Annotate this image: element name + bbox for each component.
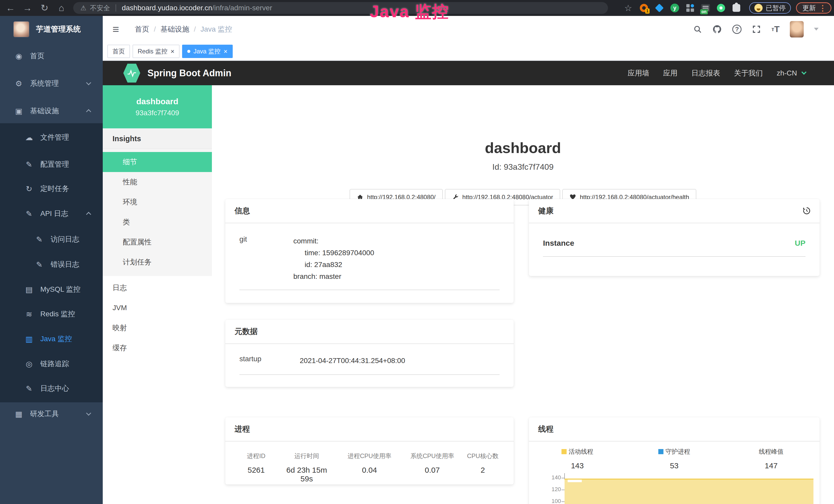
- sba-brand-title[interactable]: Spring Boot Admin: [148, 68, 232, 78]
- chevron-down-icon: [86, 80, 91, 85]
- sba-menu-caches[interactable]: 缓存: [103, 338, 212, 358]
- extension-y-icon[interactable]: y: [670, 3, 680, 13]
- breadcrumb-home[interactable]: 首页: [135, 24, 149, 34]
- security-label: 不安全: [90, 4, 110, 13]
- sidebar-item-dev-tools[interactable]: 研发工具: [0, 402, 103, 426]
- legend-daemon-threads: 守护进程: [626, 448, 723, 456]
- info-row-label: git: [239, 235, 293, 282]
- sidebar-item-config-manage[interactable]: 配置管理: [0, 152, 103, 177]
- live-threads-value: 143: [529, 461, 626, 470]
- sidebar-item-log-center[interactable]: 日志中心: [0, 376, 103, 401]
- chevron-up-icon: [86, 212, 91, 217]
- sba-nav-about[interactable]: 关于我们: [734, 68, 763, 78]
- threads-area-chart: [565, 479, 813, 504]
- sba-menu-config-props[interactable]: 配置属性: [103, 232, 212, 252]
- url-host: dashboard.yudao.iocoder.cn: [122, 4, 212, 12]
- sidebar-toggle-icon[interactable]: ≡: [112, 16, 119, 42]
- sidebar-item-java-monitor[interactable]: Java 监控: [0, 327, 103, 351]
- sidebar-item-error-log[interactable]: 错误日志: [0, 252, 103, 277]
- sidebar-item-mysql-monitor[interactable]: MySQL 监控: [0, 277, 103, 302]
- threads-card: 线程 活动线程 守护进程 线程峰值 143 53 147 140 120 100: [529, 417, 820, 504]
- error-log-icon: [35, 260, 44, 269]
- fullscreen-icon[interactable]: [752, 25, 761, 34]
- tab-home[interactable]: 首页: [107, 45, 130, 58]
- search-icon[interactable]: [693, 25, 702, 33]
- threads-values: 143 53 147: [529, 461, 820, 470]
- legend-live-threads: 活动线程: [529, 448, 626, 456]
- help-icon[interactable]: ?: [732, 25, 742, 34]
- chevron-up-icon: [86, 109, 91, 114]
- reload-icon[interactable]: ↻: [36, 3, 53, 13]
- tab-java-monitor[interactable]: Java 监控 ×: [182, 45, 233, 58]
- process-table: 进程ID 运行时间 进程CPU使用率 系统CPU使用率 CPU核心数 5261 …: [233, 452, 506, 483]
- update-button[interactable]: 更新 ⋮: [796, 2, 831, 14]
- sba-menu-environment[interactable]: 环境: [103, 192, 212, 212]
- history-icon[interactable]: [802, 206, 811, 215]
- metadata-row-value: 2021-04-27T00:44:31.254+08:00: [300, 355, 405, 367]
- sba-menu-scheduled-tasks[interactable]: 计划任务: [103, 252, 212, 272]
- extensions-puzzle-icon[interactable]: [731, 3, 742, 13]
- extension-leaf-icon[interactable]: [716, 3, 726, 13]
- back-icon[interactable]: ←: [2, 3, 19, 13]
- extension-list-icon[interactable]: on: [700, 3, 711, 13]
- user-avatar[interactable]: [790, 21, 804, 38]
- breadcrumb-current: Java 监控: [201, 24, 232, 34]
- sidebar-item-redis-monitor[interactable]: Redis 监控: [0, 302, 103, 326]
- threads-card-title: 线程: [529, 417, 820, 442]
- sba-logo-icon[interactable]: [123, 64, 140, 83]
- sba-menu-performance[interactable]: 性能: [103, 172, 212, 192]
- chevron-down-icon: [86, 411, 91, 416]
- instance-id: Id: 93a3fc7f7409: [212, 162, 834, 172]
- breadcrumb-separator: /: [154, 25, 156, 33]
- brand-row[interactable]: 芋道管理系统: [0, 16, 103, 42]
- extension-grid-icon[interactable]: [685, 3, 695, 13]
- sidebar-item-scheduled-jobs[interactable]: 定时任务: [0, 176, 103, 201]
- sidebar-item-access-log[interactable]: 访问日志: [0, 227, 103, 252]
- avatar-caret-icon[interactable]: [814, 28, 818, 30]
- health-card-header: 健康: [529, 199, 820, 223]
- process-table-header: 进程ID 运行时间 进程CPU使用率 系统CPU使用率 CPU核心数: [233, 452, 506, 460]
- extension-orange-icon[interactable]: 1: [639, 3, 649, 13]
- sba-menu-logs[interactable]: 日志: [103, 278, 212, 298]
- timer-icon: [24, 184, 34, 193]
- close-icon[interactable]: ×: [171, 47, 174, 55]
- paused-pill[interactable]: 已暂停: [749, 2, 791, 14]
- sidebar-item-api-log[interactable]: API 日志: [0, 201, 103, 226]
- forward-icon[interactable]: →: [19, 3, 36, 13]
- process-card: 进程 进程ID 运行时间 进程CPU使用率 系统CPU使用率 CPU核心数 52…: [225, 417, 514, 484]
- dashboard-icon: [14, 52, 23, 61]
- home-icon[interactable]: ⌂: [53, 3, 70, 13]
- page-title: dashboard: [212, 139, 834, 156]
- sidebar-item-trace[interactable]: 链路追踪: [0, 351, 103, 376]
- extension-pin-icon[interactable]: [654, 3, 664, 13]
- not-secure-icon[interactable]: ⚠: [81, 4, 86, 12]
- tab-redis-monitor[interactable]: Redis 监控 ×: [133, 45, 179, 58]
- sidebar-item-file-manage[interactable]: 文件管理: [0, 125, 103, 150]
- sidebar-item-system-manage[interactable]: 系统管理: [0, 71, 103, 96]
- metadata-row-label: startup: [239, 355, 300, 367]
- address-bar[interactable]: ⚠ 不安全 dashboard.yudao.iocoder.cn /infra/…: [73, 2, 608, 14]
- sba-nav-wallboard[interactable]: 应用墙: [628, 68, 649, 78]
- sba-menu-jvm[interactable]: JVM: [103, 298, 212, 318]
- sba-nav: 应用墙 应用 日志报表 关于我们 zh-CN: [628, 61, 806, 85]
- info-git-row: git commit: time: 1596289704000 id: 27aa…: [239, 235, 500, 290]
- sba-nav-journal[interactable]: 日志报表: [692, 68, 720, 78]
- tags-view-bar: 首页 Redis 监控 × Java 监控 ×: [103, 42, 834, 61]
- annotation-text: Java 监控: [370, 1, 449, 23]
- font-size-icon[interactable]: тT: [771, 24, 780, 34]
- sba-nav-applications[interactable]: 应用: [663, 68, 678, 78]
- tick-mark: [562, 501, 565, 502]
- github-icon[interactable]: [712, 24, 722, 34]
- sba-app-header[interactable]: dashboard 93a3fc7f7409: [103, 85, 212, 129]
- sidebar-item-infrastructure[interactable]: 基础设施: [0, 98, 103, 123]
- breadcrumb-infrastructure[interactable]: 基础设施: [160, 24, 189, 34]
- sba-menu-mappings[interactable]: 映射: [103, 318, 212, 338]
- close-icon[interactable]: ×: [224, 47, 227, 55]
- sba-menu-classes[interactable]: 类: [103, 212, 212, 232]
- sba-lang-select[interactable]: zh-CN: [777, 69, 797, 77]
- browser-menu-icon[interactable]: ⋮: [819, 4, 827, 13]
- sidebar-item-home[interactable]: 首页: [0, 44, 103, 68]
- browser-actions: ☆ 1 y on 已暂停 更新: [624, 0, 831, 16]
- bookmark-star-icon[interactable]: ☆: [624, 3, 632, 13]
- sba-menu-details[interactable]: 细节: [103, 152, 212, 172]
